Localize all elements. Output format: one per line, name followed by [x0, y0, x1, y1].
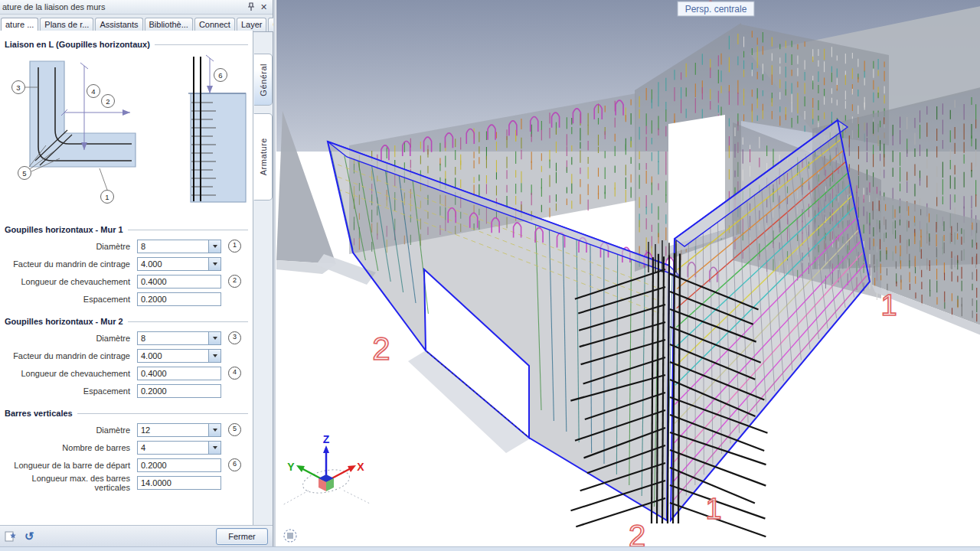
callout-badge: 3 [228, 331, 241, 344]
dropdown-s1-r2[interactable]: 4.000 [137, 257, 221, 271]
input-s1-r4[interactable] [137, 292, 221, 306]
field-label: Facteur du mandrin de cintrage [3, 351, 137, 360]
form-section: Goupilles horizontaux - Mur 2Diamètre83F… [3, 317, 253, 399]
form-row: Longueur de chevauchement4 [3, 364, 253, 382]
dropdown-value: 4.000 [138, 351, 208, 360]
diagram-title: Liaison en L (Goupilles horizontaux) [5, 40, 150, 49]
form-row: Longueur de chevauchement2 [3, 272, 253, 290]
wall-marker: 2 [629, 519, 645, 546]
tab-4[interactable]: Bibliothè... [145, 18, 193, 31]
svg-text:2: 2 [106, 97, 109, 106]
svg-text:3: 3 [16, 83, 20, 92]
callout-badge: 2 [228, 275, 241, 288]
dropdown-s1-r1[interactable]: 8 [137, 240, 221, 253]
form-row: Diamètre81 [3, 237, 253, 255]
svg-text:5: 5 [22, 169, 26, 178]
callout-badge: 4 [228, 367, 241, 380]
dropdown-value: 8 [138, 242, 208, 251]
chevron-down-icon[interactable] [208, 258, 220, 270]
chevron-down-icon[interactable] [208, 240, 220, 253]
panel-content: Liaison en L (Goupilles horizontaux) 342… [0, 31, 253, 525]
field-label: Longueur de chevauchement [3, 369, 137, 378]
close-icon[interactable]: ✕ [257, 2, 270, 13]
dropdown-s3-r1[interactable]: 12 [137, 423, 221, 437]
tab-6[interactable]: Layer [237, 18, 267, 31]
form-row: Diamètre83 [3, 329, 253, 347]
viewport-title: Persp. centrale [678, 1, 754, 17]
callout-badge: 6 [228, 458, 241, 471]
wall-marker: 1 [705, 493, 721, 525]
dropdown-value: 4 [138, 443, 208, 452]
dropdown-s3-r2[interactable]: 4 [137, 441, 221, 455]
section-title: Barres verticales [5, 409, 73, 418]
svg-text:4: 4 [91, 87, 95, 96]
form-row: Diamètre125 [3, 421, 253, 439]
chevron-down-icon[interactable] [208, 350, 220, 362]
form-section: Goupilles horizontaux - Mur 1Diamètre81F… [3, 225, 253, 308]
connection-diagram: 342516 [3, 52, 253, 216]
favorite-preset-icon[interactable] [5, 530, 17, 542]
field-label: Facteur du mandrin de cintrage [3, 259, 137, 269]
dropdown-s2-r2[interactable]: 4.000 [137, 349, 221, 363]
form-row: Facteur du mandrin de cintrage4.0000 [3, 347, 253, 364]
callout-badge: 5 [228, 423, 241, 436]
viewport-label: Persp. centrale [685, 4, 747, 15]
input-s2-r3[interactable] [137, 367, 221, 380]
3d-viewport[interactable]: 2112 Persp. centrale Z X Y [276, 0, 980, 546]
wall-marker: 2 [372, 331, 390, 367]
callout-badge: 1 [228, 240, 241, 253]
form-row: Facteur du mandrin de cintrage4.0000 [3, 255, 253, 272]
dropdown-s2-r1[interactable]: 8 [137, 331, 221, 345]
field-label: Diamètre [3, 242, 137, 251]
form-row: Espacement0 [3, 290, 253, 308]
tab-armature[interactable]: Armature [253, 113, 273, 201]
close-button[interactable]: Fermer [216, 528, 268, 545]
field-label: Longueur de chevauchement [3, 277, 137, 286]
chevron-down-icon[interactable] [208, 332, 220, 344]
panel-bottom-bar: ↺ Fermer [0, 525, 273, 546]
field-label: Diamètre [3, 425, 137, 435]
svg-text:1: 1 [105, 193, 109, 201]
dropdown-value: 8 [138, 334, 208, 343]
field-label: Nombre de barres [3, 443, 137, 452]
input-s2-r4[interactable] [137, 384, 221, 398]
tab-3[interactable]: Assistants [95, 18, 142, 31]
section-title: Goupilles horizontaux - Mur 2 [5, 317, 123, 326]
form-sections: Goupilles horizontaux - Mur 1Diamètre81F… [3, 225, 253, 491]
input-s3-r3[interactable] [137, 458, 221, 472]
tab-5[interactable]: Connect [194, 18, 235, 31]
axis-z-label: Z [323, 433, 330, 445]
input-s3-r4[interactable] [137, 476, 221, 490]
pin-icon[interactable] [244, 2, 257, 13]
form-section: Barres verticalesDiamètre125Nombre de ba… [3, 409, 253, 491]
field-label: Diamètre [3, 334, 137, 343]
section-title: Goupilles horizontaux - Mur 1 [5, 225, 123, 234]
bottom-status-strip [0, 546, 980, 551]
field-label: Longueur max. des barres verticales [3, 474, 137, 492]
tab-general[interactable]: Général [254, 54, 273, 106]
panel-tabs: ature ...Plans de r...AssistantsBiblioth… [0, 15, 273, 32]
reinforcement-panel: ature de la liaison des murs ✕ ature ...… [0, 0, 273, 546]
field-label: Espacement [3, 386, 137, 396]
chevron-down-icon[interactable] [208, 424, 220, 436]
axis-y-label: Y [287, 461, 295, 473]
reset-icon[interactable]: ↺ [24, 530, 34, 543]
svg-text:6: 6 [218, 71, 222, 80]
field-label: Espacement [3, 295, 137, 304]
tab-2[interactable]: Plans de r... [40, 18, 93, 31]
dropdown-value: 4.000 [138, 259, 208, 269]
wall-marker: 1 [880, 289, 897, 321]
form-row: Nombre de barres40 [3, 439, 253, 456]
chevron-down-icon[interactable] [208, 442, 220, 454]
field-label: Longueur de la barre de départ [3, 461, 137, 470]
panel-titlebar: ature de la liaison des murs ✕ [0, 0, 273, 15]
form-row: Espacement0 [3, 382, 253, 399]
form-row: Longueur max. des barres verticales0 [3, 474, 253, 491]
input-s1-r3[interactable] [137, 275, 221, 289]
dropdown-value: 12 [138, 425, 208, 435]
panel-title: ature de la liaison des murs [2, 2, 244, 11]
axis-x-label: X [357, 461, 364, 473]
form-row: Longueur de la barre de départ6 [3, 456, 253, 474]
